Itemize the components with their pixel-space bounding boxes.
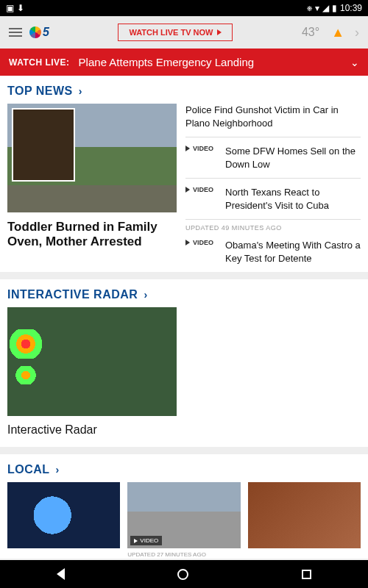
content-area[interactable]: TOP NEWS › Toddler Burned in Family Oven… bbox=[0, 76, 368, 559]
station-logo[interactable]: 5 bbox=[29, 26, 49, 39]
updated-label: UPDATED 49 MINUTES AGO bbox=[185, 220, 361, 232]
updated-label: UPDATED 27 MINUTES AGO bbox=[127, 548, 240, 559]
play-icon bbox=[185, 146, 190, 151]
play-icon bbox=[185, 240, 190, 245]
local-card[interactable] bbox=[7, 482, 120, 559]
radar-title: Interactive Radar bbox=[0, 416, 368, 447]
chevron-down-icon[interactable]: ⌄ bbox=[350, 57, 359, 68]
play-icon bbox=[134, 539, 138, 543]
app-header: 5 WATCH LIVE TV NOW 43° ▲ › bbox=[0, 16, 368, 49]
section-header-top-news[interactable]: TOP NEWS › bbox=[0, 76, 368, 104]
temperature[interactable]: 43° bbox=[302, 26, 319, 39]
peacock-icon bbox=[29, 26, 41, 38]
recents-button[interactable] bbox=[302, 570, 311, 579]
section-header-radar[interactable]: INTERACTIVE RADAR › bbox=[0, 279, 368, 307]
play-icon bbox=[217, 29, 222, 35]
inset-photo bbox=[12, 108, 75, 182]
story-item[interactable]: VIDEO Some DFW Homes Sell on the Down Lo… bbox=[185, 137, 361, 179]
back-button[interactable] bbox=[57, 568, 65, 580]
battery-icon: ▮ bbox=[332, 3, 337, 13]
wifi-icon: ▾ bbox=[315, 3, 319, 13]
chevron-right-icon: › bbox=[56, 464, 60, 476]
local-image bbox=[248, 482, 361, 548]
photo-icon: ▣ bbox=[6, 3, 14, 13]
lead-title: Toddler Burned in Family Oven, Mother Ar… bbox=[7, 212, 177, 259]
local-card[interactable]: Texas A&M Downs N… bbox=[248, 482, 361, 559]
watch-live-banner[interactable]: WATCH LIVE: Plane Attempts Emergency Lan… bbox=[0, 49, 368, 76]
play-icon bbox=[185, 187, 190, 193]
story-item[interactable]: Police Find Gunshot Victim in Car in Pla… bbox=[185, 104, 361, 137]
home-button[interactable] bbox=[177, 569, 188, 580]
section-header-local[interactable]: LOCAL › bbox=[0, 454, 368, 482]
signal-icon: ◢ bbox=[322, 3, 329, 13]
clock: 10:39 bbox=[340, 3, 362, 13]
video-badge: VIDEO bbox=[185, 186, 218, 193]
video-badge: VIDEO bbox=[130, 536, 162, 545]
video-badge: VIDEO bbox=[185, 239, 218, 246]
radar-cell bbox=[7, 329, 44, 359]
download-icon: ⬇ bbox=[17, 3, 24, 13]
watch-live-title: Plane Attempts Emergency Landing bbox=[79, 56, 342, 68]
section-divider bbox=[0, 447, 368, 454]
lead-story[interactable]: Toddler Burned in Family Oven, Mother Ar… bbox=[7, 104, 177, 272]
local-image: VIDEO bbox=[127, 482, 240, 548]
local-row: VIDEO UPDATED 27 MINUTES AGO Texas A&M D… bbox=[0, 482, 368, 559]
menu-icon[interactable] bbox=[9, 28, 22, 37]
status-bar: ▣ ⬇ ⎈ ▾ ◢ ▮ 10:39 bbox=[0, 0, 368, 16]
story-item[interactable]: VIDEO North Texans React to President's … bbox=[185, 179, 361, 220]
android-nav-bar bbox=[0, 560, 368, 588]
chevron-right-icon: › bbox=[144, 289, 147, 301]
location-icon: ⎈ bbox=[307, 3, 312, 13]
section-divider bbox=[0, 272, 368, 279]
lead-image bbox=[7, 104, 177, 212]
watch-live-label: WATCH LIVE: bbox=[9, 57, 70, 68]
top-news-row: Toddler Burned in Family Oven, Mother Ar… bbox=[0, 104, 368, 272]
watch-live-button[interactable]: WATCH LIVE TV NOW bbox=[118, 24, 233, 41]
story-list: Police Find Gunshot Victim in Car in Pla… bbox=[185, 104, 361, 272]
radar-image[interactable] bbox=[7, 307, 177, 416]
story-item[interactable]: VIDEO Obama's Meeting With Castro a Key … bbox=[185, 232, 361, 272]
chevron-right-icon[interactable]: › bbox=[355, 25, 359, 40]
chevron-right-icon: › bbox=[79, 85, 82, 97]
radar-cell bbox=[15, 366, 37, 384]
local-card[interactable]: VIDEO UPDATED 27 MINUTES AGO bbox=[127, 482, 240, 559]
alert-icon[interactable]: ▲ bbox=[331, 25, 344, 40]
video-badge: VIDEO bbox=[185, 145, 218, 152]
local-image bbox=[7, 482, 120, 548]
